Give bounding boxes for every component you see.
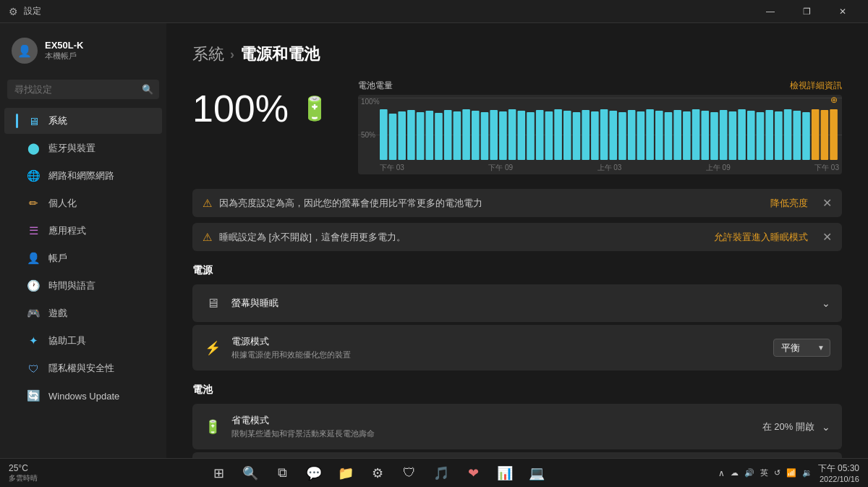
svg-rect-15 (518, 111, 526, 160)
search-input[interactable] (14, 84, 136, 95)
chart-svg (380, 108, 839, 160)
svg-rect-10 (472, 111, 480, 160)
battery-saver-content: 省電模式 限制某些通知和背景活動來延長電池壽命 (231, 414, 752, 439)
sidebar-item-time[interactable]: 🕐 時間與語言 (4, 273, 162, 299)
taskview-button[interactable]: ⧉ (269, 460, 295, 486)
media-button[interactable]: 🎵 (428, 460, 454, 486)
warning-banner-brightness: ⚠ 因為亮度設定為高，因此您的螢幕會使用比平常更多的電池電力 降低亮度 ✕ (192, 189, 842, 217)
stats-button[interactable]: ❤ (460, 460, 486, 486)
weather-widget[interactable]: 25°C 多雲時晴 (9, 463, 38, 483)
spacer (16, 141, 18, 156)
sidebar-item-privacy[interactable]: 🛡 隱私權與安全性 (4, 355, 162, 381)
svg-rect-35 (702, 111, 710, 160)
sidebar-item-network[interactable]: 🌐 網路和網際網路 (4, 163, 162, 189)
minimize-button[interactable]: — (754, 0, 787, 23)
svg-rect-12 (490, 110, 498, 160)
battery-usage-item[interactable]: 📊 電池使用情況 ⌄ (192, 452, 842, 458)
volume-icon[interactable]: 🔉 (802, 468, 812, 478)
spacer (16, 196, 18, 211)
search-button[interactable]: 🔍 (237, 460, 263, 486)
settings-button[interactable]: ⚙ (365, 460, 391, 486)
svg-rect-23 (591, 111, 599, 160)
sidebar-item-label: 隱私權與安全性 (48, 362, 114, 375)
taskbar-center: ⊞ 🔍 ⧉ 💬 📁 ⚙ 🛡 🎵 ❤ 📊 💻 (38, 460, 718, 486)
speaker-icon[interactable]: 🔊 (744, 468, 754, 478)
wifi-icon[interactable]: 📶 (786, 468, 796, 478)
taskbar-right: ∧ ☁ 🔊 英 ↺ 📶 🔉 下午 05:30 2022/10/16 (718, 462, 859, 483)
titlebar-title: 設定 (24, 5, 748, 17)
sidebar-profile[interactable]: 👤 EX50L-K 本機帳戶 (0, 32, 166, 75)
sidebar-item-label: 時間與語言 (48, 279, 95, 292)
svg-rect-28 (637, 111, 645, 160)
sidebar-search-box[interactable]: 🔍 (7, 80, 159, 99)
sidebar: 👤 EX50L-K 本機帳戶 🔍 🖥 系統 ⬤ 藍牙與裝置 🌐 網路和網際網路 (0, 23, 166, 458)
power-mode-content: 電源模式 根據電源使用和效能優化您的裝置 (231, 335, 763, 360)
start-button[interactable]: ⊞ (205, 460, 231, 486)
svg-rect-37 (720, 110, 728, 160)
power-mode-item[interactable]: ⚡ 電源模式 根據電源使用和效能優化您的裝置 平衡 省電 高效能 ▼ (192, 325, 842, 370)
sidebar-item-label: 應用程式 (48, 224, 86, 237)
sidebar-item-accessibility[interactable]: ✦ 協助工具 (4, 328, 162, 354)
chart-detail-link[interactable]: 檢視詳細資訊 (790, 80, 842, 92)
battery-percent: 100% (192, 87, 289, 130)
sidebar-item-windows-update[interactable]: 🔄 Windows Update (4, 383, 162, 409)
app-container: 👤 EX50L-K 本機帳戶 🔍 🖥 系統 ⬤ 藍牙與裝置 🌐 網路和網際網路 (0, 23, 868, 458)
warning-action-sleep[interactable]: 允許裝置進入睡眠模式 (714, 231, 808, 244)
warning-close-brightness[interactable]: ✕ (822, 196, 832, 210)
accessibility-icon: ✦ (27, 334, 40, 347)
breadcrumb-parent[interactable]: 系統 (192, 43, 224, 65)
warning-close-sleep[interactable]: ✕ (822, 230, 832, 244)
power-mode-title: 電源模式 (231, 335, 763, 348)
antivirus-button[interactable]: 🛡 (396, 460, 422, 486)
avatar: 👤 (12, 38, 38, 64)
sidebar-item-apps[interactable]: ☰ 應用程式 (4, 218, 162, 244)
presentation-button[interactable]: 📊 (492, 460, 518, 486)
power-mode-select[interactable]: 平衡 省電 高效能 (773, 339, 830, 357)
taskbar: 25°C 多雲時晴 ⊞ 🔍 ⧉ 💬 📁 ⚙ 🛡 🎵 ❤ 📊 💻 ∧ ☁ 🔊 英 … (0, 458, 868, 487)
app-icon: ⚙ (9, 6, 18, 17)
browser-button[interactable]: 💻 (524, 460, 550, 486)
network-icon[interactable]: ☁ (731, 468, 739, 478)
svg-rect-30 (655, 111, 663, 160)
page-title: 電源和電池 (240, 43, 320, 65)
user-name: EX50L-K (45, 40, 83, 51)
gridline-100 (358, 98, 842, 98)
maximize-button[interactable]: ❐ (790, 0, 823, 23)
sidebar-item-accounts[interactable]: 👤 帳戶 (4, 245, 162, 271)
undo-icon[interactable]: ↺ (774, 468, 780, 478)
battery-saver-sub: 限制某些通知和背景活動來延長電池壽命 (231, 428, 752, 439)
close-button[interactable]: ✕ (826, 0, 859, 23)
sidebar-item-gaming[interactable]: 🎮 遊戲 (4, 300, 162, 326)
spacer (16, 169, 18, 183)
clock[interactable]: 下午 05:30 2022/10/16 (818, 462, 859, 483)
svg-rect-18 (545, 111, 553, 160)
battery-saver-item[interactable]: 🔋 省電模式 限制某些通知和背景活動來延長電池壽命 在 20% 開啟 ⌄ (192, 404, 842, 449)
language-indicator[interactable]: 英 (760, 467, 768, 478)
svg-rect-3 (407, 110, 415, 160)
battery-section-label: 電池 (192, 384, 842, 397)
bluetooth-icon: ⬤ (27, 142, 40, 155)
battery-saver-title: 省電模式 (231, 414, 752, 427)
chat-button[interactable]: 💬 (301, 460, 327, 486)
chart-time-labels: 下午 03 下午 09 上午 03 上午 09 下午 03 (380, 163, 839, 173)
sidebar-item-personalize[interactable]: ✏ 個人化 (4, 190, 162, 216)
svg-rect-19 (554, 109, 562, 160)
files-button[interactable]: 📁 (333, 460, 359, 486)
svg-rect-44 (784, 109, 792, 160)
page-header: 系統 › 電源和電池 (192, 43, 842, 65)
sidebar-item-bluetooth[interactable]: ⬤ 藍牙與裝置 (4, 135, 162, 161)
screen-sleep-item[interactable]: 🖥 螢幕與睡眠 ⌄ (192, 284, 842, 322)
screen-sleep-title: 螢幕與睡眠 (231, 297, 812, 310)
svg-rect-25 (610, 111, 618, 160)
spacer (16, 251, 18, 266)
svg-rect-13 (499, 111, 507, 160)
battery-saver-value: 在 20% 開啟 (762, 420, 814, 433)
warning-action-brightness[interactable]: 降低亮度 (770, 197, 808, 210)
gaming-icon: 🎮 (27, 307, 40, 320)
chevron-up-icon[interactable]: ∧ (718, 468, 725, 478)
svg-rect-2 (398, 111, 406, 160)
time-label-1: 下午 03 (380, 163, 404, 173)
svg-rect-40 (747, 111, 755, 160)
sidebar-item-system[interactable]: 🖥 系統 (4, 108, 162, 134)
svg-rect-7 (444, 110, 452, 160)
